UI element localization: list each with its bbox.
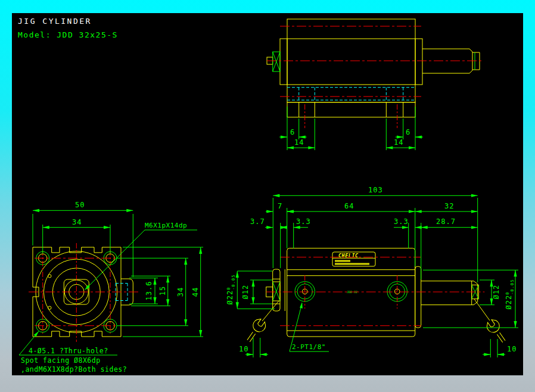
dim-top-right-6: 6 (406, 128, 410, 136)
wrench-icon (484, 318, 509, 345)
side-view-seal-boxes (273, 282, 479, 301)
dim-side-103: 103 (368, 186, 383, 194)
leader-arrow-port (300, 302, 303, 309)
side-view-dimensions: 103 7 64 32 3.7 3.3 3.3 (226, 186, 518, 357)
dim-side-3-3-left: 3.3 (296, 217, 311, 226)
dim-rod-left: Ø12 (241, 285, 250, 300)
model-number: Model: JDD 32x25-S (18, 30, 118, 39)
wrench-icon (243, 317, 268, 344)
dim-side-28-7: 28.7 (436, 217, 456, 226)
dim-front-44: 44 (191, 287, 200, 297)
top-view-dimensions: 6 14 6 14 (279, 107, 423, 150)
drawing-canvas[interactable]: JIG CYLINDER Model: JDD 32x25-S (12, 13, 523, 375)
top-view-outline (267, 19, 480, 117)
dim-flat-10-left: 10 (239, 345, 248, 353)
dim-side-32: 32 (444, 202, 454, 210)
top-view-hidden-lines (287, 88, 415, 100)
brand-fineprint-bar (335, 260, 350, 262)
desktop-background: JIG CYLINDER Model: JDD 32x25-S (0, 0, 535, 392)
title-block: JIG CYLINDER Model: JDD 32x25-S (18, 17, 118, 39)
dim-side-7: 7 (278, 202, 282, 210)
dim-bore-left: Ø220-0.05 (226, 275, 236, 305)
front-view: 50 34 M6X1pX14dp 13.6 15 (19, 201, 203, 374)
dim-bore-right: Ø220-0.05 (505, 279, 515, 310)
top-view: 6 14 6 14 (267, 19, 483, 150)
brand-fineprint-bar (335, 263, 369, 265)
technical-drawing: JIG CYLINDER Model: JDD 32x25-S (12, 13, 523, 375)
note-spot-facing: Spot facing Ø8X6dp (21, 356, 101, 365)
dim-top-left-14: 14 (294, 138, 304, 147)
dim-front-34-right: 34 (176, 287, 185, 297)
front-view-dimensions: 50 34 M6X1pX14dp 13.6 15 (33, 201, 203, 337)
dim-front-15: 15 (158, 286, 167, 295)
front-view-notes: 4-Ø5.1 ?Thru-hole? Spot facing Ø8X6dp ,a… (19, 331, 127, 374)
dim-front-50: 50 (75, 201, 85, 209)
thread-callout: M6X1pX14dp (145, 222, 187, 229)
dim-side-3-7: 3.7 (250, 217, 265, 226)
dim-top-right-14: 14 (394, 138, 403, 147)
dim-side-3-3-right: 3.3 (394, 217, 409, 226)
dim-top-left-6: 6 (290, 128, 295, 136)
dim-side-64: 64 (344, 202, 354, 210)
note-thru-hole: 4-Ø5.1 ?Thru-hole? (29, 347, 108, 355)
wrench-flat-symbols (243, 299, 509, 345)
dim-flat-10-right: 10 (507, 345, 517, 353)
dim-front-34-top: 34 (72, 218, 82, 226)
side-view-outline (266, 248, 478, 337)
drawing-title: JIG CYLINDER (18, 17, 92, 26)
brand-plate: CHELIC (332, 252, 375, 266)
port-callout: 2-PT1/8" (292, 343, 326, 351)
note-both-sides: ,andM6X1X8dp?Both sides? (21, 365, 127, 374)
dim-rod-right: Ø12 (492, 285, 500, 300)
top-view-seal-box (273, 52, 280, 71)
dim-front-13-6: 13.6 (145, 281, 153, 301)
side-view: CHELIC JDD 32 (226, 186, 518, 357)
top-view-centerlines (267, 26, 483, 128)
